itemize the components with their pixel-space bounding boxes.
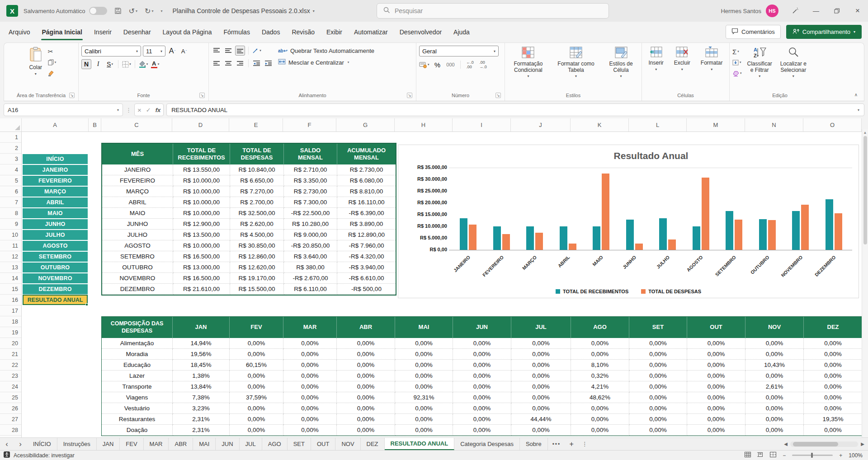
row-header-1[interactable]: 1 — [0, 132, 21, 143]
selection-handle[interactable] — [85, 303, 88, 306]
close-button[interactable]: × — [847, 0, 868, 22]
cell[interactable]: 0,00% — [283, 360, 337, 371]
cell[interactable]: 0,00% — [629, 414, 687, 425]
cell[interactable]: R$ 15.500,00 — [230, 284, 284, 295]
row-header-6[interactable]: 6 — [0, 186, 21, 197]
cell[interactable]: 0,00% — [337, 414, 395, 425]
sidebar-item-maio[interactable]: MAIO — [23, 208, 88, 218]
cell[interactable]: 0,00% — [283, 371, 337, 381]
composition-header-out[interactable]: OUT — [687, 317, 745, 338]
sheet-tab-jan[interactable]: JAN — [97, 438, 120, 450]
column-header-L[interactable]: L — [629, 118, 687, 131]
summary-header[interactable]: MÊS — [102, 144, 173, 164]
restore-button[interactable] — [826, 0, 847, 22]
excel-logo-icon[interactable]: X — [6, 5, 18, 17]
menu-tab-inserir[interactable]: Inserir — [88, 23, 118, 41]
cell[interactable]: 0,00% — [337, 403, 395, 414]
sidebar-item-janeiro[interactable]: JANEIRO — [23, 165, 88, 175]
borders-icon[interactable]: ▾ — [122, 59, 132, 69]
column-header-G[interactable]: G — [336, 118, 395, 131]
cell[interactable]: 0,00% — [230, 414, 283, 425]
cell[interactable]: 0,00% — [283, 414, 337, 425]
align-middle-icon[interactable] — [223, 46, 233, 56]
composition-header-jun[interactable]: JUN — [453, 317, 511, 338]
composition-header-abr[interactable]: ABR — [337, 317, 395, 338]
cell[interactable]: R$ 8.810,00 — [337, 186, 396, 197]
cell[interactable]: R$ 32.500,00 — [230, 208, 284, 219]
sheet-tab-jul[interactable]: JUL — [240, 438, 262, 450]
cell[interactable]: R$ 6.110,00 — [284, 284, 337, 295]
cell[interactable]: 0,00% — [283, 425, 337, 436]
cell[interactable]: 60,15% — [230, 360, 283, 371]
align-top-icon[interactable] — [212, 46, 222, 56]
cell[interactable]: 0,00% — [629, 349, 687, 360]
cell[interactable]: 10,43% — [745, 360, 804, 371]
cell[interactable]: 0,00% — [395, 414, 453, 425]
row-header-19[interactable]: 19 — [0, 327, 21, 338]
cell[interactable]: 2,31% — [173, 425, 230, 436]
cell[interactable]: R$ 10.000,00 — [173, 186, 230, 197]
number-format-select[interactable]: Geral▾ — [419, 46, 499, 56]
cell[interactable]: 0,00% — [453, 349, 511, 360]
cell[interactable]: NOVEMBRO — [102, 273, 173, 284]
category-label[interactable]: Doação — [102, 425, 173, 436]
sidebar-item-início[interactable]: INÍCIO — [23, 154, 88, 164]
cell[interactable]: 8,10% — [571, 360, 629, 371]
percent-format-icon[interactable]: % — [433, 60, 443, 70]
cell[interactable]: 0,00% — [629, 425, 687, 436]
category-label[interactable]: Moradia — [102, 349, 173, 360]
dialog-launcher-icon[interactable]: ↘ — [69, 93, 75, 98]
cell[interactable]: 0,00% — [511, 425, 571, 436]
row-header-8[interactable]: 8 — [0, 208, 21, 219]
conditional-formatting-button[interactable]: Formatação Condicional▾ — [511, 46, 545, 80]
cell[interactable]: R$ 3.350,00 — [284, 175, 337, 186]
row-header-22[interactable]: 22 — [0, 360, 21, 371]
cell[interactable]: 2,31% — [173, 414, 230, 425]
cell[interactable]: R$ 16.500,00 — [173, 251, 230, 262]
cell[interactable]: R$ 21.610,00 — [173, 284, 230, 295]
cell[interactable]: 0,00% — [804, 381, 862, 392]
cell[interactable]: -R$ 500,00 — [337, 284, 396, 295]
cell[interactable]: 0,00% — [230, 338, 283, 349]
cell[interactable]: -R$ 3.940,00 — [337, 262, 396, 273]
more-sheets-button[interactable]: ••• — [548, 438, 566, 450]
row-header-20[interactable]: 20 — [0, 338, 21, 349]
cell[interactable]: 0,00% — [571, 338, 629, 349]
cell[interactable]: 0,00% — [453, 392, 511, 403]
sheet-tab-categoria-despesas[interactable]: Categoria Despesas — [454, 438, 520, 450]
zoom-slider-knob[interactable] — [811, 453, 813, 458]
cell[interactable]: R$ 10.000,00 — [173, 175, 230, 186]
cell[interactable]: -R$ 4.320,00 — [337, 251, 396, 262]
bold-button[interactable]: N — [81, 59, 91, 69]
accessibility-status[interactable]: Acessibilidade: investigar — [14, 452, 75, 459]
row-header-3[interactable]: 3 — [0, 154, 21, 164]
cell[interactable]: 0,00% — [745, 371, 804, 381]
sidebar-item-julho[interactable]: JULHO — [23, 230, 88, 240]
category-label[interactable]: Educação — [102, 360, 173, 371]
format-painter-icon[interactable] — [48, 69, 57, 77]
cell[interactable]: 0,00% — [571, 403, 629, 414]
cell[interactable]: 13,84% — [173, 381, 230, 392]
cell[interactable]: 0,00% — [571, 349, 629, 360]
search-input[interactable] — [395, 7, 602, 14]
comma-format-icon[interactable]: 000 — [446, 60, 456, 70]
fill-color-icon[interactable]: ▾ — [138, 59, 148, 69]
column-header-O[interactable]: O — [803, 118, 862, 131]
cell[interactable]: R$ 3.890,00 — [337, 219, 396, 230]
cell[interactable]: 0,00% — [687, 338, 745, 349]
column-header-A[interactable]: A — [22, 118, 89, 131]
name-box[interactable]: A16▾ — [4, 103, 123, 116]
cell[interactable]: 0,00% — [230, 425, 283, 436]
cell[interactable]: 0,00% — [283, 349, 337, 360]
cell[interactable]: ABRIL — [102, 197, 173, 208]
horizontal-scrollbar-thumb[interactable] — [793, 442, 838, 446]
cell[interactable]: 0,00% — [629, 392, 687, 403]
row-header-27[interactable]: 27 — [0, 414, 21, 425]
cell[interactable]: 0,00% — [395, 349, 453, 360]
column-header-F[interactable]: F — [283, 118, 336, 131]
name-box-options-icon[interactable]: ⋮ — [126, 107, 132, 113]
composition-header-nov[interactable]: NOV — [745, 317, 804, 338]
decrease-indent-icon[interactable] — [252, 58, 262, 68]
increase-decimal-icon[interactable]: ←.0.00 — [465, 60, 475, 70]
cell[interactable]: 0,00% — [687, 371, 745, 381]
